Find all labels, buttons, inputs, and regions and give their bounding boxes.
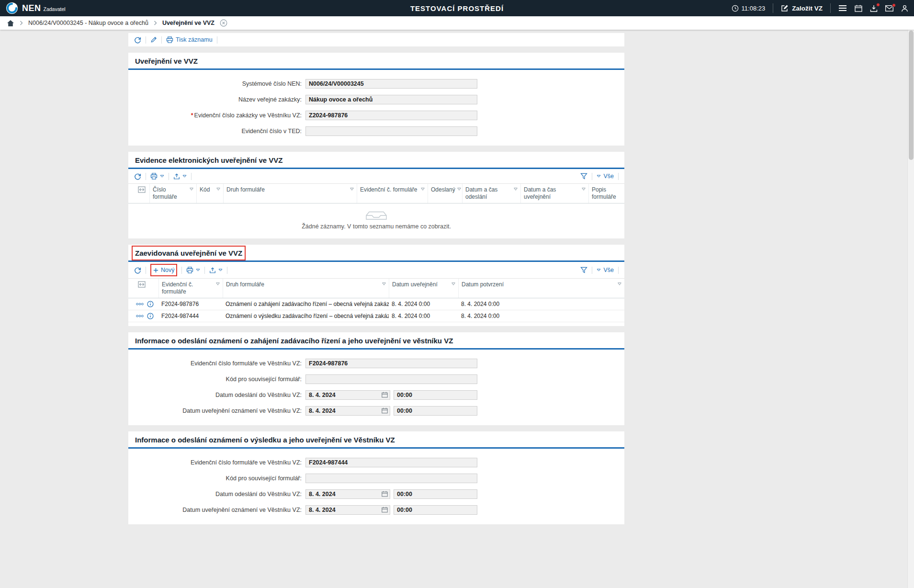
create-vz-button[interactable]: Založit VZ <box>781 4 823 12</box>
column-header[interactable]: Datum potvrzení <box>458 279 624 298</box>
close-tab-icon[interactable] <box>220 19 227 27</box>
filter-icon[interactable] <box>580 267 587 273</box>
column-filter-icon[interactable] <box>514 188 518 191</box>
row-menu-icon[interactable] <box>136 315 144 317</box>
column-filter-icon[interactable] <box>382 283 386 285</box>
column-header[interactable]: Kód <box>196 184 223 203</box>
column-header[interactable]: Datum a čas odeslání <box>462 184 520 203</box>
table-row[interactable]: F2024-987876 Oznámení o zahájení zadávac… <box>128 298 624 310</box>
published-date-input[interactable] <box>305 406 390 416</box>
table-header-row: Číslo formuláře Kód Druh formuláře Evide… <box>128 183 624 204</box>
field-label: Datum uveřejnění oznámení ve Věstníku VZ… <box>128 407 302 414</box>
column-filter-icon[interactable] <box>216 283 220 285</box>
print-button[interactable] <box>150 173 164 180</box>
related-form-code-input[interactable] <box>305 474 477 483</box>
sent-date-input[interactable] <box>305 390 390 400</box>
column-header[interactable]: Odeslaný <box>428 184 462 203</box>
column-filter-icon[interactable] <box>216 188 220 191</box>
sent-time-input[interactable] <box>394 390 477 400</box>
breadcrumb-item-contract[interactable]: N006/24/V00003245 - Nákup ovoce a ořechů <box>28 20 148 26</box>
column-label: Datum a čas uveřejnění <box>524 186 580 201</box>
field-label-text: Evidenční číslo v TED: <box>241 128 302 135</box>
sent-date-input[interactable] <box>305 489 390 499</box>
calendar-icon[interactable] <box>382 491 388 497</box>
divider <box>169 173 169 180</box>
calendar-icon[interactable] <box>382 507 388 513</box>
column-header[interactable]: Datum a čas uveřejnění <box>520 184 588 203</box>
column-label: Evidenční č. formuláře <box>360 186 417 193</box>
column-header[interactable]: Evidenční č. formuláře <box>357 184 428 203</box>
menu-icon[interactable] <box>838 5 847 11</box>
downloads-icon[interactable] <box>870 5 878 12</box>
printer-icon <box>166 36 173 43</box>
view-all-dropdown[interactable]: Vše <box>597 173 614 180</box>
column-header[interactable]: Evidenční č. formuláře <box>158 279 223 298</box>
published-time-input[interactable] <box>394 406 477 416</box>
section-title-text: Informace o odeslání oznámení o zahájení… <box>135 337 453 345</box>
divider <box>592 267 592 274</box>
related-form-code-input[interactable] <box>305 374 477 384</box>
messages-icon[interactable] <box>885 5 893 11</box>
clock-icon <box>732 5 739 12</box>
cell-confirmed-date: 8. 4. 2024 0:00 <box>458 301 624 307</box>
user-icon[interactable] <box>901 5 908 12</box>
filter-icon[interactable] <box>580 173 587 180</box>
column-filter-icon[interactable] <box>618 283 621 285</box>
form-number-input[interactable] <box>305 458 477 467</box>
sent-time-input[interactable] <box>394 489 477 499</box>
published-time-input[interactable] <box>394 505 477 515</box>
section-title: Evidence elektronických uveřejnění ve VV… <box>128 152 624 169</box>
column-header[interactable]: Druh formuláře <box>223 184 357 203</box>
export-button[interactable] <box>173 173 187 180</box>
column-settings-cell[interactable] <box>135 184 149 203</box>
column-filter-icon[interactable] <box>190 188 193 191</box>
column-filter-icon[interactable] <box>582 188 586 191</box>
view-all-label: Vše <box>603 173 614 180</box>
field-label-text: Název veřejné zakázky: <box>238 96 302 103</box>
vvz-number-input[interactable] <box>305 111 477 120</box>
divider <box>146 36 146 44</box>
form-number-input[interactable] <box>305 359 477 368</box>
column-filter-icon[interactable] <box>350 188 354 191</box>
field-label: Datum odeslání do Věstníku VZ: <box>128 392 302 398</box>
column-filter-icon[interactable] <box>421 188 425 191</box>
view-all-dropdown[interactable]: Vše <box>597 267 614 273</box>
column-header[interactable]: Druh formuláře <box>223 279 389 298</box>
contract-name-input[interactable] <box>305 95 477 104</box>
table-row[interactable]: F2024-987444 Oznámení o výsledku zadávac… <box>128 310 624 322</box>
app-logo[interactable]: NEN Zadavatel <box>6 2 66 14</box>
calendar-icon[interactable] <box>855 5 862 12</box>
system-number-input[interactable] <box>305 79 477 89</box>
column-header[interactable]: Popis formuláře <box>588 184 624 203</box>
breadcrumb-item-current[interactable]: Uveřejnění ve VVZ <box>162 20 214 26</box>
column-filter-icon[interactable] <box>457 188 461 191</box>
refresh-icon[interactable] <box>134 267 141 274</box>
column-settings-cell[interactable] <box>135 279 158 298</box>
row-menu-icon[interactable] <box>136 303 144 305</box>
published-date-input[interactable] <box>305 505 390 515</box>
cell-form-number: F2024-987444 <box>158 313 223 319</box>
brand-subtitle: Zadavatel <box>44 6 66 12</box>
info-icon[interactable] <box>147 301 154 307</box>
column-header[interactable]: Datum uveřejnění <box>389 279 458 298</box>
form-field-row: Datum odeslání do Věstníku VZ: <box>128 486 624 502</box>
info-icon[interactable] <box>147 313 154 319</box>
export-button[interactable] <box>209 267 223 274</box>
chevron-down-icon <box>182 175 187 178</box>
edit-record-icon[interactable] <box>150 36 157 43</box>
new-button-label: Nový <box>161 267 174 273</box>
ted-number-input[interactable] <box>305 126 477 136</box>
column-header[interactable]: Číslo formuláře <box>149 184 196 203</box>
print-button[interactable] <box>186 267 200 273</box>
home-icon[interactable] <box>7 20 14 27</box>
refresh-icon[interactable] <box>134 36 141 44</box>
column-filter-icon[interactable] <box>451 283 455 285</box>
refresh-icon[interactable] <box>134 173 141 180</box>
vertical-scrollbar[interactable] <box>907 30 914 588</box>
scrollbar-thumb[interactable] <box>909 31 914 160</box>
calendar-icon[interactable] <box>382 407 388 414</box>
new-button[interactable]: Nový <box>153 267 174 273</box>
calendar-icon[interactable] <box>382 392 388 398</box>
print-record-button[interactable]: Tisk záznamu <box>166 36 213 43</box>
edit-square-icon <box>781 4 789 12</box>
